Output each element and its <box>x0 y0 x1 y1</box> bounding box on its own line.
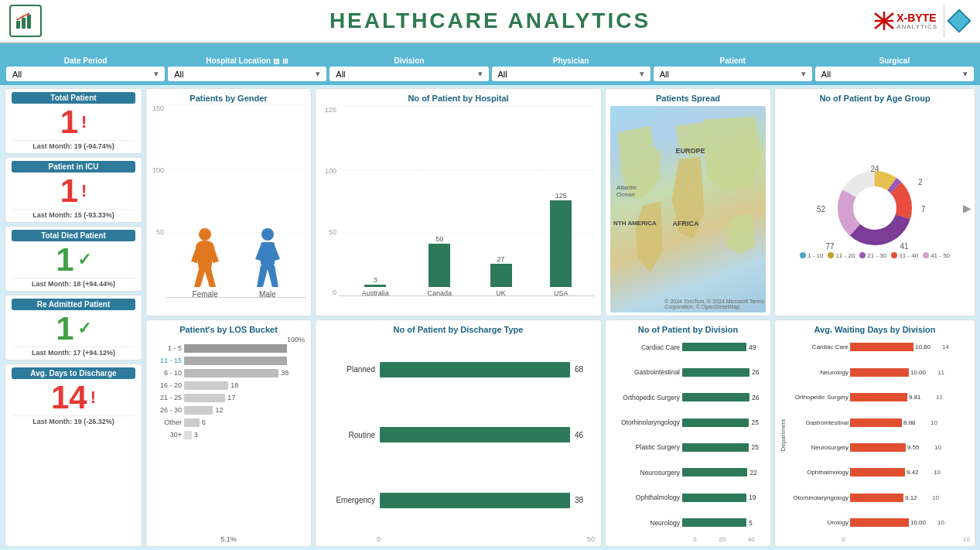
avg-waiting-axis: 010 <box>780 536 970 543</box>
diamond-icon <box>947 9 971 32</box>
patient-icu-card: Patient in ICU 1 ! Last Month: 15 (-93.3… <box>5 157 142 223</box>
avg-neurosurg: Neurosurgery 9.55 10 <box>788 443 970 452</box>
avg-days-value: 14 <box>51 381 87 414</box>
svg-point-11 <box>261 228 274 241</box>
los-row-1-5: 1 - 5 <box>152 344 305 353</box>
patient-filter[interactable]: Patient All ▾ <box>654 56 812 81</box>
division-axis: 02040 <box>610 536 766 543</box>
hospital-location-filter[interactable]: Hospital Location ▤ ⊞ All ▾ <box>168 56 326 81</box>
avg-days-card: Avg. Days to Discharge 14 ! Last Month: … <box>5 364 142 547</box>
avg-waiting-title: Avg. Waiting Days by Division <box>780 325 970 334</box>
division-ortho: Orthopedic Surgery 26 <box>610 393 766 401</box>
avg-days-subtitle: Last Month: 19 (-26.32%) <box>12 415 135 425</box>
patient-select[interactable]: All ▾ <box>654 67 812 81</box>
los-row-26-30: 26 - 30 12 <box>152 406 305 415</box>
bar-australia: 3 Australia <box>362 276 389 297</box>
total-died-badge: ✓ <box>77 250 91 270</box>
physician-filter[interactable]: Physician All ▾ <box>492 56 650 81</box>
division-select[interactable]: All ▾ <box>330 67 488 81</box>
los-rows: 1 - 5 11 - 15 6 - 10 38 <box>152 344 305 535</box>
patients-by-hospital-panel: No of Patient by Hospital 125100500 <box>315 88 602 316</box>
bar-usa: 125 USA <box>550 192 572 297</box>
female-label: Female <box>193 290 218 299</box>
discharge-type-panel: No of Patient by Discharge Type Planned … <box>315 319 602 548</box>
division-filter[interactable]: Division All ▾ <box>330 56 488 81</box>
svg-rect-1 <box>22 18 26 29</box>
patient-icu-badge: ! <box>81 181 87 201</box>
patients-by-gender-panel: Patients by Gender 150100500 <box>145 88 312 316</box>
surgical-select[interactable]: All ▾ <box>815 67 974 81</box>
division-plastic: Plastic Surgery 25 <box>610 443 766 452</box>
los-row-30plus: 30+ 3 <box>152 431 305 439</box>
app-logo-icon <box>9 5 42 37</box>
division-otorh: Otorhinolaryngology 25 <box>610 418 766 427</box>
total-died-subtitle: Last Month: 18 (+94.44%) <box>12 278 135 288</box>
los-row-11-15: 11 - 15 <box>152 357 305 365</box>
discharge-type-title: No of Patient by Discharge Type <box>322 325 595 334</box>
chevron-down-icon: ▾ <box>154 69 159 79</box>
date-period-select[interactable]: All ▾ <box>6 67 165 81</box>
svg-rect-12 <box>261 242 275 265</box>
africa-label: AFRICA <box>672 220 698 227</box>
grid-icon: ⊞ <box>282 57 289 65</box>
nth-america-label: NTH AMERICA <box>613 220 657 227</box>
avg-waiting-panel: Avg. Waiting Days by Division Department… <box>774 319 975 548</box>
patients-by-division-panel: No of Patient by Division Cardiac Care 4… <box>605 319 771 548</box>
age-chart-next-icon[interactable]: ▶ <box>963 202 971 214</box>
avg-neurology: Neurology 10.00 11 <box>788 368 970 377</box>
avg-ophthal: Ophthalmology 9.42 10 <box>788 468 970 477</box>
re-admitted-badge: ✓ <box>77 319 91 339</box>
svg-point-3 <box>17 19 19 21</box>
patient-icu-title: Patient in ICU <box>12 161 135 173</box>
los-pct-label: 100% <box>152 336 305 343</box>
legend-41-50: 41 - 50 <box>923 252 950 259</box>
division-label: Division <box>330 56 488 65</box>
physician-select[interactable]: All ▾ <box>492 67 650 81</box>
male-silhouette <box>251 227 285 289</box>
avg-waiting-y-label: Department <box>780 336 787 535</box>
legend-31-40: 31 - 40 <box>891 252 918 259</box>
bar-uk: 27 UK <box>490 255 512 297</box>
division-neuro: Neurology 5 <box>610 518 766 527</box>
chevron-down-icon: ▾ <box>801 69 806 79</box>
discharge-rows: Planned 68 Routine 46 Emergency 3 <box>322 337 595 534</box>
avg-otorh: Otorhinolaryngology 9.12 10 <box>788 494 970 502</box>
svg-text:2: 2 <box>918 178 923 186</box>
date-period-filter[interactable]: Date Period All ▾ <box>6 56 165 81</box>
patient-icu-value: 1 <box>60 175 78 207</box>
brand-logo: X-BYTE ANALYTICS <box>873 10 937 32</box>
atlantic-label: AtlanticOcean <box>616 184 637 198</box>
date-period-label: Date Period <box>6 56 165 65</box>
metrics-column: Total Patient 1 ! Last Month: 19 (-94.74… <box>5 88 142 547</box>
age-legend: 1 - 10 11 - 20 21 - 30 <box>800 252 950 259</box>
patients-by-age-title: No of Patient by Age Group <box>780 94 970 103</box>
los-bucket-title: Patient's by LOS Bucket <box>152 325 305 334</box>
hospital-location-label: Hospital Location ▤ ⊞ <box>168 56 326 65</box>
svg-text:7: 7 <box>921 205 926 214</box>
male-label: Male <box>259 290 276 299</box>
division-gastro: Gastrointestinal 26 <box>610 368 766 377</box>
svg-point-5 <box>28 13 30 15</box>
chevron-down-icon: ▾ <box>963 69 968 79</box>
total-patient-title: Total Patient <box>12 92 135 104</box>
chevron-down-icon: ▾ <box>640 69 644 79</box>
female-silhouette <box>188 227 222 289</box>
svg-text:77: 77 <box>825 242 835 251</box>
legend-21-30: 21 - 30 <box>859 252 886 259</box>
physician-label: Physician <box>492 56 650 65</box>
los-row-other: Other 6 <box>152 418 305 427</box>
patients-by-division-title: No of Patient by Division <box>610 325 766 334</box>
patients-by-hospital-title: No of Patient by Hospital <box>322 94 595 103</box>
surgical-filter[interactable]: Surgical All ▾ <box>815 56 974 81</box>
re-admitted-card: Re Admitted Patient 1 ✓ Last Month: 17 (… <box>5 295 142 360</box>
hospital-location-select[interactable]: All ▾ <box>168 67 326 81</box>
avg-days-badge: ! <box>90 388 96 408</box>
total-died-card: Total Died Patient 1 ✓ Last Month: 18 (+… <box>5 226 142 292</box>
total-patient-value: 1 <box>60 106 78 138</box>
legend-11-20: 11 - 20 <box>828 252 855 259</box>
discharge-planned: Planned 68 <box>325 362 592 377</box>
total-died-title: Total Died Patient <box>12 230 135 241</box>
svg-point-4 <box>22 15 25 18</box>
avg-waiting-rows: Cardiac Care 10.80 14 Neurology 10.00 11 <box>788 336 970 535</box>
total-patient-badge: ! <box>81 112 87 132</box>
